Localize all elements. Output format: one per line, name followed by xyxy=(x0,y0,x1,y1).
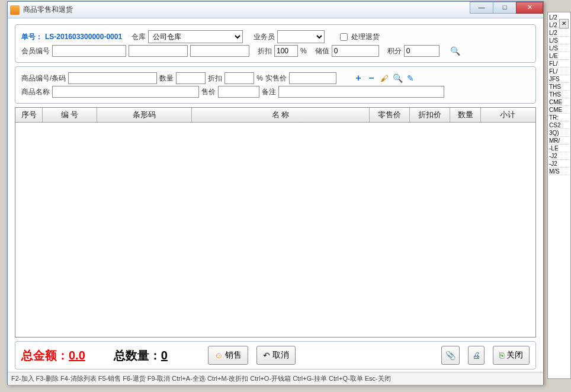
smile-icon: ☺ xyxy=(214,351,223,360)
points-label: 积分 xyxy=(387,46,402,56)
points-input[interactable] xyxy=(404,45,440,57)
col-retail[interactable]: 零售价 xyxy=(370,108,410,122)
col-name[interactable]: 名 称 xyxy=(192,108,370,122)
exit-icon: ⎘ xyxy=(499,351,504,360)
total-amount-value: 0.0 xyxy=(69,349,85,362)
close-window-button[interactable]: ✕ xyxy=(516,2,543,14)
member-label: 会员编号 xyxy=(21,46,50,56)
entry-panel: 商品编号/条码 数量 折扣 % 实售价 + − 🖌 🔍 ✎ 商品名称 售价 xyxy=(15,66,536,104)
code-input[interactable] xyxy=(68,72,157,84)
entry-disc-pct: % xyxy=(256,74,263,82)
warehouse-label: 仓库 xyxy=(131,32,146,42)
printer-icon: 🖨 xyxy=(472,351,480,360)
col-barcode[interactable]: 条形码 xyxy=(97,108,192,122)
total-qty-value: 0 xyxy=(161,349,168,362)
qty-input[interactable] xyxy=(176,72,206,84)
member-extra2-input[interactable] xyxy=(190,45,249,57)
total-qty-label: 总数量： xyxy=(114,349,161,362)
discount-label: 折扣 xyxy=(258,46,272,56)
main-window: 商品零售和退货 — □ ✕ 单号： LS-201603300000-0001 仓… xyxy=(7,1,544,385)
entry-disc-input[interactable] xyxy=(224,72,254,84)
clear-icon[interactable]: 🖌 xyxy=(379,73,390,83)
name-label: 商品名称 xyxy=(21,87,50,97)
discount-input[interactable] xyxy=(274,45,298,57)
sell-button-label: 销售 xyxy=(225,350,242,361)
price-input[interactable] xyxy=(218,86,259,98)
discount-pct: % xyxy=(300,47,307,55)
footer-panel: 总金额：0.0 总数量：0 ☺ 销售 ↶ 取消 📎 🖨 ⎘ xyxy=(15,341,536,369)
col-subtotal[interactable]: 小计 xyxy=(481,108,534,122)
close-button[interactable]: ⎘ 关闭 xyxy=(493,346,530,365)
grid-header: 序号 编 号 条形码 名 称 零售价 折扣价 数量 小计 xyxy=(15,108,535,123)
paperclip-icon: 📎 xyxy=(445,351,455,360)
entry-disc-label: 折扣 xyxy=(208,73,222,83)
remark-label: 备注 xyxy=(262,87,276,97)
col-code[interactable]: 编 号 xyxy=(43,108,97,122)
qty-label: 数量 xyxy=(159,73,174,83)
cancel-button[interactable]: ↶ 取消 xyxy=(256,346,296,365)
name-input[interactable] xyxy=(52,86,199,98)
col-qty[interactable]: 数量 xyxy=(450,108,481,122)
close-button-label: 关闭 xyxy=(506,350,523,361)
return-checkbox-label: 处理退货 xyxy=(351,32,380,42)
search-icon[interactable]: 🔍 xyxy=(392,73,403,83)
attach-button[interactable]: 📎 xyxy=(441,346,460,365)
order-no-label: 单号： xyxy=(21,32,43,42)
titlebar: 商品零售和退货 — □ ✕ xyxy=(8,2,543,18)
actual-label: 实售价 xyxy=(265,73,287,83)
col-seq[interactable]: 序号 xyxy=(15,108,43,122)
actual-input[interactable] xyxy=(289,72,336,84)
warehouse-select[interactable]: 公司仓库 xyxy=(148,30,243,43)
col-disc-price[interactable]: 折扣价 xyxy=(410,108,450,122)
app-icon xyxy=(10,5,20,15)
undo-icon: ↶ xyxy=(263,351,270,360)
stored-input[interactable] xyxy=(332,45,379,57)
code-label: 商品编号/条码 xyxy=(21,73,66,83)
print-button[interactable]: 🖨 xyxy=(468,346,485,365)
price-label: 售价 xyxy=(201,87,216,97)
statusbar: F2-加入 F3-删除 F4-清除列表 F5-销售 F6-退货 F9-取消 Ct… xyxy=(8,372,543,385)
remark-input[interactable] xyxy=(278,86,444,98)
sell-button[interactable]: ☺ 销售 xyxy=(208,346,248,365)
background-close-icon: ✕ xyxy=(559,19,569,28)
total-amount: 总金额：0.0 xyxy=(21,348,85,364)
member-input[interactable] xyxy=(52,45,126,57)
add-icon[interactable]: + xyxy=(353,73,364,83)
maximize-button[interactable]: □ xyxy=(493,2,517,14)
cancel-button-label: 取消 xyxy=(272,350,289,361)
remove-icon[interactable]: − xyxy=(366,73,377,83)
minimize-button[interactable]: — xyxy=(470,2,493,14)
stored-label: 储值 xyxy=(315,46,329,56)
total-qty: 总数量：0 xyxy=(114,348,168,364)
member-search-icon[interactable]: 🔍 xyxy=(450,46,461,56)
salesman-select[interactable] xyxy=(277,30,325,43)
salesman-label: 业务员 xyxy=(254,32,275,42)
header-panel: 单号： LS-201603300000-0001 仓库 公司仓库 业务员 处理退… xyxy=(15,24,536,63)
edit-icon[interactable]: ✎ xyxy=(405,73,416,83)
order-no-value: LS-201603300000-0001 xyxy=(45,33,122,41)
total-amount-label: 总金额： xyxy=(21,349,69,362)
grid-body[interactable] xyxy=(15,123,535,337)
background-window: L/2L/2L/2L/SL/SL/EFL/FL/JFSTHSTHSCMECMET… xyxy=(547,12,571,379)
member-extra1-input[interactable] xyxy=(129,45,188,57)
window-title: 商品零售和退货 xyxy=(23,5,73,15)
items-grid: 序号 编 号 条形码 名 称 零售价 折扣价 数量 小计 xyxy=(15,107,536,338)
return-checkbox[interactable] xyxy=(340,33,348,41)
